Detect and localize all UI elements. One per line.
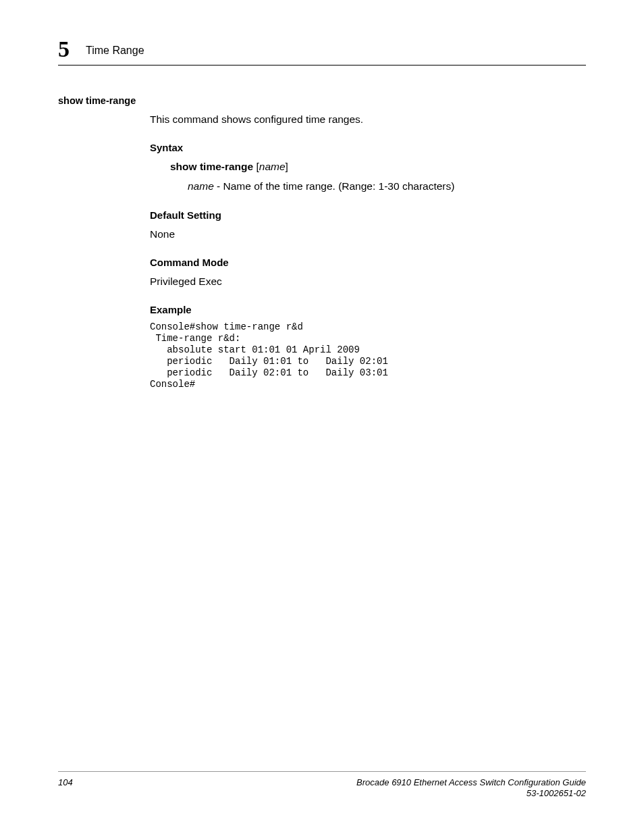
param-name: name (188, 180, 214, 192)
syntax-command: show time-range (170, 161, 253, 172)
default-setting-value: None (150, 227, 586, 241)
section-title: Time Range (86, 45, 144, 57)
command-heading: show time-range (58, 95, 136, 106)
page-number: 104 (58, 777, 73, 787)
page-header: 5 Time Range (58, 38, 586, 66)
doc-info: Brocade 6910 Ethernet Access Switch Conf… (356, 777, 586, 800)
syntax-line: show time-range [name] (170, 159, 586, 174)
content-area: This command shows configured time range… (150, 112, 586, 390)
syntax-bracket-close: ] (286, 161, 288, 172)
page: 5 Time Range show time-range This comman… (0, 0, 644, 834)
doc-number: 53-1002651-02 (527, 788, 586, 798)
example-heading: Example (150, 303, 586, 317)
command-mode-value: Privileged Exec (150, 274, 586, 288)
page-footer: 104 Brocade 6910 Ethernet Access Switch … (58, 771, 586, 800)
param-description: name - Name of the time range. (Range: 1… (188, 179, 586, 193)
param-text: - Name of the time range. (Range: 1-30 c… (214, 180, 455, 192)
syntax-arg: name (259, 161, 286, 172)
chapter-number: 5 (58, 38, 70, 61)
command-intro: This command shows configured time range… (150, 112, 586, 126)
syntax-heading: Syntax (150, 141, 586, 155)
default-setting-heading: Default Setting (150, 209, 586, 223)
command-mode-heading: Command Mode (150, 256, 586, 270)
doc-title: Brocade 6910 Ethernet Access Switch Conf… (356, 777, 586, 787)
example-output: Console#show time-range r&d Time-range r… (150, 321, 586, 390)
